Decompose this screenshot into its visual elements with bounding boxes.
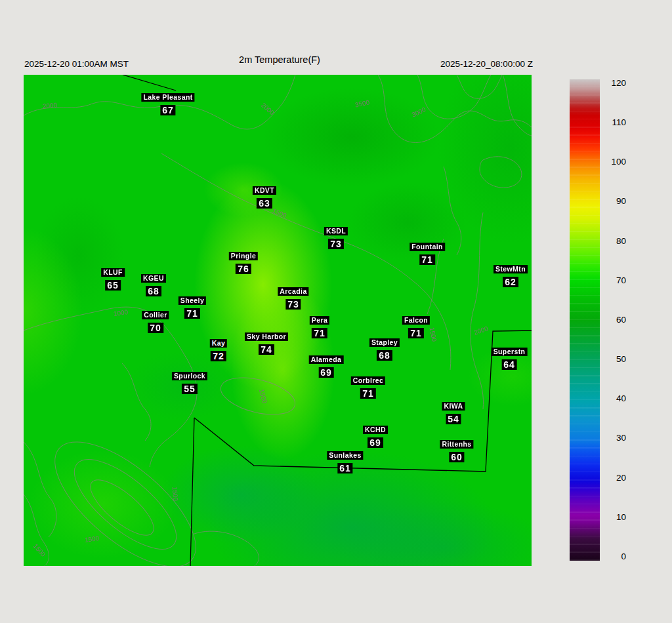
contour-elevation-label: 2000 [42, 102, 57, 110]
colorbar-tick-label: 100 [601, 157, 626, 167]
station-temperature: 64 [501, 359, 517, 370]
station-temperature: 74 [259, 344, 274, 355]
colorbar-tick-label: 40 [601, 394, 626, 403]
station-name: Arcadia [278, 287, 308, 296]
station-name: Lake Pleasant [141, 93, 194, 102]
station-name: KGEU [141, 274, 166, 283]
station-name: StewMtn [494, 265, 528, 273]
station-label: Arcadia73 [278, 285, 308, 310]
station-temperature: 61 [337, 463, 353, 473]
station-name: KLUF [101, 268, 125, 277]
station-label: Superstn64 [492, 345, 528, 371]
contour-elevation-label: 1500 [171, 486, 180, 501]
station-temperature: 67 [160, 105, 176, 115]
station-name: Falcon [402, 316, 430, 325]
station-label: Sunlakes61 [327, 449, 363, 474]
station-name: KDVT [253, 186, 276, 195]
station-label: Stapley68 [369, 336, 400, 361]
colorbar-tick-label: 120 [601, 79, 626, 88]
station-label: KCHD69 [363, 423, 388, 449]
station-temperature: 71 [408, 328, 424, 338]
station-temperature: 55 [182, 384, 198, 394]
colorbar-tick-label: 20 [601, 473, 626, 483]
temperature-colorbar [570, 79, 600, 561]
station-name: Fountain [410, 243, 445, 251]
station-temperature: 71 [312, 328, 327, 338]
station-temperature: 70 [148, 323, 163, 333]
station-temperature: 63 [257, 198, 272, 209]
station-temperature: 76 [236, 264, 251, 274]
station-name: Pringle [229, 252, 258, 260]
station-temperature: 71 [419, 254, 435, 265]
station-name: KSDL [324, 227, 348, 235]
station-label: KSDL73 [324, 224, 348, 250]
temperature-map: 2000200035003000150010001500200015001500… [24, 75, 532, 566]
station-label: Falcon71 [402, 313, 430, 339]
station-temperature: 69 [318, 367, 334, 378]
station-name: Sunlakes [327, 451, 363, 460]
station-name: Corblrec [351, 376, 385, 385]
station-name: Sky Harbor [245, 332, 288, 341]
station-temperature: 60 [449, 452, 465, 462]
station-name: Collier [142, 311, 169, 319]
station-name: Alameda [309, 355, 344, 364]
station-label: Pringle76 [229, 249, 258, 275]
contour-overlay [24, 75, 532, 566]
timestamp-utc: 2025-12-20_08:00:00 Z [440, 59, 533, 69]
station-temperature: 54 [446, 414, 461, 424]
station-temperature: 68 [377, 350, 392, 361]
station-label: KIWA54 [442, 399, 465, 425]
station-label: KLUF65 [101, 266, 125, 291]
colorbar-tick-label: 70 [601, 276, 626, 285]
station-temperature: 69 [368, 437, 383, 448]
colorbar-tick-label: 10 [601, 513, 626, 522]
station-temperature: 62 [503, 277, 518, 287]
station-name: Spurlock [172, 372, 207, 380]
station-name: Sheely [178, 296, 206, 305]
station-label: Rittenhs60 [440, 437, 473, 463]
station-label: Sky Harbor74 [245, 330, 288, 355]
station-name: Stapley [369, 338, 400, 347]
station-label: Alameda69 [309, 353, 344, 378]
colorbar-tick-label: 110 [601, 118, 626, 127]
colorbar-tick-labels: 1201101009080706050403020100 [601, 79, 626, 561]
station-name: Pera [310, 316, 329, 325]
station-temperature: 71 [360, 388, 376, 399]
station-name: Superstn [492, 348, 528, 356]
station-temperature: 65 [105, 280, 121, 291]
colorbar-tick-label: 90 [601, 197, 626, 206]
station-name: Rittenhs [440, 440, 473, 449]
station-name: KCHD [363, 426, 388, 434]
station-label: Collier70 [142, 308, 169, 334]
colorbar-tick-label: 60 [601, 315, 626, 325]
colorbar-tick-label: 50 [601, 355, 626, 364]
station-temperature: 72 [211, 351, 226, 361]
station-name: Kay [210, 339, 227, 348]
station-label: Spurlock55 [172, 369, 207, 395]
colorbar-tick-label: 80 [601, 237, 626, 246]
station-label: Fountain71 [410, 240, 445, 266]
station-temperature: 73 [328, 239, 344, 249]
station-label: Pera71 [310, 313, 329, 339]
station-temperature: 73 [285, 299, 301, 310]
station-label: KGEU68 [141, 271, 166, 297]
station-temperature: 71 [184, 308, 200, 319]
station-name: KIWA [442, 402, 465, 411]
station-label: StewMtn62 [494, 262, 528, 288]
station-label: Lake Pleasant67 [141, 90, 194, 116]
station-label: KDVT63 [253, 184, 276, 209]
station-label: Sheely71 [178, 294, 206, 319]
station-label: Corblrec71 [351, 374, 385, 399]
colorbar-tick-label: 30 [601, 433, 626, 443]
station-label: Kay72 [210, 336, 227, 362]
colorbar-tick-label: 0 [601, 552, 626, 561]
station-temperature: 68 [146, 286, 161, 296]
